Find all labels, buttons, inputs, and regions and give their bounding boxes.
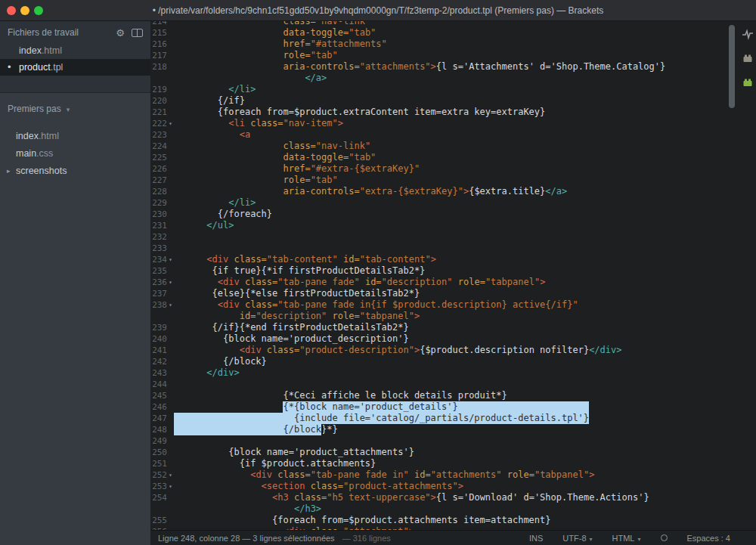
line-number: 253 — [150, 481, 167, 492]
code-line[interactable]: 251 {if $product.attachments} — [150, 458, 739, 469]
code-line[interactable]: 236▾ <div class="tab-pane fade" id="desc… — [150, 277, 739, 288]
working-file-index-html[interactable]: index.html — [0, 42, 150, 59]
code-line[interactable]: 233 — [150, 243, 739, 254]
code-line[interactable]: 221 {foreach from=$product.extraContent … — [150, 107, 739, 118]
code-line[interactable]: 229 </li> — [150, 197, 739, 209]
file-name: main — [16, 148, 36, 159]
overwrite-toggle[interactable]: INS — [529, 534, 543, 543]
language-dropdown[interactable]: HTML▾ — [612, 534, 641, 543]
code-line[interactable]: 252▾ <div class="tab-pane fade in" id="a… — [150, 469, 739, 481]
code-line[interactable]: 245 {*Ceci affiche le block details prod… — [150, 390, 739, 401]
file-extension: .tpl — [51, 62, 64, 73]
code-line[interactable]: 217 role="tab" — [150, 50, 739, 61]
code-area[interactable]: 214 class="nav-link"215 data-toggle="tab… — [150, 21, 739, 530]
code-line[interactable]: 218 aria-controls="attachments">{l s='At… — [150, 61, 739, 73]
line-number: 218 — [150, 61, 167, 73]
vertical-scrollbar[interactable] — [729, 24, 736, 523]
code-line[interactable]: 226 href="#extra-{$extraKey}" — [150, 163, 739, 175]
code-line[interactable]: 215 data-toggle="tab" — [150, 27, 739, 39]
sidebar: Fichiers de travail ⚙ index.html • produ… — [0, 21, 150, 545]
line-number — [150, 503, 167, 515]
close-button[interactable] — [7, 6, 16, 15]
code-line[interactable]: 225 data-toggle="tab" — [150, 152, 739, 163]
code-line[interactable]: 232 — [150, 231, 739, 243]
code-line[interactable]: id="description" role="tabpanel"> — [150, 311, 739, 322]
code-line[interactable]: 239 {/if}{*end firstProductDetailsTab2*} — [150, 322, 739, 333]
lint-status-icon[interactable] — [661, 534, 668, 541]
code-line[interactable]: 243 </div> — [150, 367, 739, 379]
project-tree: index.html main.css ▸ screenshots — [0, 119, 150, 180]
code-line[interactable]: 214 class="nav-link" — [150, 21, 739, 27]
fold-arrow-icon[interactable]: ▾ — [167, 118, 174, 129]
unsaved-dot-icon: • — [8, 59, 11, 76]
code-line[interactable]: 254 <h3 class="h5 text-uppercase">{l s='… — [150, 492, 739, 503]
line-number: 255 — [150, 515, 167, 526]
line-number: 244 — [150, 379, 167, 390]
tree-item-screenshots-folder[interactable]: ▸ screenshots — [0, 163, 150, 180]
editor-pane[interactable]: 214 class="nav-link"215 data-toggle="tab… — [150, 21, 739, 530]
code-line[interactable]: 242 {/block} — [150, 356, 739, 367]
code-line[interactable]: 227 role="tab" — [150, 175, 739, 186]
fold-arrow-icon[interactable]: ▾ — [167, 481, 174, 492]
code-line[interactable]: 255 {foreach from=$product.attachments i… — [150, 515, 739, 526]
fold-arrow-icon[interactable]: ▾ — [167, 254, 174, 265]
live-preview-icon[interactable] — [742, 28, 754, 40]
code-line[interactable]: </a> — [150, 73, 739, 84]
extension-icon-green[interactable] — [742, 76, 754, 88]
code-line[interactable]: 230 {/foreach} — [150, 209, 739, 220]
code-line[interactable]: 222▾ <li class="nav-item"> — [150, 118, 739, 129]
code-line[interactable]: 216 href="#attachments" — [150, 39, 739, 50]
code-line[interactable]: 237 {else}{*else firstProductDetailsTab2… — [150, 288, 739, 299]
project-dropdown[interactable]: Premiers pas▾ — [0, 93, 150, 119]
file-extension: .css — [36, 148, 53, 159]
chevron-down-icon: ▾ — [638, 536, 641, 543]
code-line[interactable]: 240 {block name='product_description'} — [150, 333, 739, 345]
file-name: product — [19, 62, 51, 73]
code-line[interactable]: 246 {*{block name='product_details'} — [150, 401, 739, 413]
code-line[interactable]: 244 — [150, 379, 739, 390]
line-number: 241 — [150, 345, 167, 356]
line-number: 233 — [150, 243, 167, 254]
code-line[interactable]: 234▾ <div class="tab-content" id="tab-co… — [150, 254, 739, 265]
tree-item-main-css[interactable]: main.css — [0, 145, 150, 163]
scrollbar-thumb[interactable] — [729, 25, 735, 108]
code-line[interactable]: 241 <div class="product-description">{$p… — [150, 345, 739, 356]
fold-arrow-icon[interactable]: ▾ — [167, 299, 174, 311]
line-number: 238 — [150, 299, 167, 311]
code-line[interactable]: 220 {/if} — [150, 95, 739, 107]
cursor-position-label: Ligne 248, colonne 28 — 3 lignes sélecti… — [158, 534, 335, 543]
code-line[interactable]: 228 aria-controls="extra-{$extraKey}">{$… — [150, 186, 739, 197]
line-number: 222 — [150, 118, 167, 129]
encoding-dropdown[interactable]: UTF-8▾ — [562, 534, 592, 543]
indent-setting[interactable]: Espaces : 4 — [687, 534, 730, 543]
extension-manager-icon[interactable] — [742, 52, 754, 64]
code-line[interactable]: 253▾ <section class="product-attachments… — [150, 481, 739, 492]
gear-icon[interactable]: ⚙ — [116, 27, 125, 39]
zoom-button[interactable] — [34, 6, 43, 15]
line-number: 254 — [150, 492, 167, 503]
line-number — [150, 73, 167, 84]
working-file-product-tpl[interactable]: • product.tpl — [0, 59, 150, 76]
code-line[interactable]: 231 </ul> — [150, 220, 739, 231]
code-line[interactable]: 247 {include file='catalog/_partials/pro… — [150, 413, 739, 424]
code-line[interactable]: 238▾ <div class="tab-pane fade in{if $pr… — [150, 299, 739, 311]
text-cursor — [321, 425, 323, 435]
tree-item-index-html[interactable]: index.html — [0, 128, 150, 145]
fold-arrow-icon[interactable]: ▾ — [167, 277, 174, 288]
folder-name: screenshots — [16, 166, 67, 176]
code-line[interactable]: </h3> — [150, 503, 739, 515]
code-line[interactable]: 235 {if true}{*if firstProductDetailsTab… — [150, 265, 739, 277]
chevron-right-icon: ▸ — [7, 163, 11, 180]
code-line[interactable]: 219 </li> — [150, 84, 739, 95]
titlebar: • /private/var/folders/hc/9chn1cf51gdd50… — [0, 0, 756, 21]
fold-arrow-icon[interactable]: ▾ — [167, 469, 174, 481]
file-extension: .html — [42, 45, 62, 56]
code-line[interactable]: 250 {block name='product_attachments'} — [150, 447, 739, 458]
line-number: 224 — [150, 141, 167, 152]
minimize-button[interactable] — [20, 6, 29, 15]
split-view-icon[interactable] — [132, 29, 143, 37]
code-line[interactable]: 223 <a — [150, 129, 739, 141]
code-line[interactable]: 249 — [150, 435, 739, 447]
code-line[interactable]: 248 {/block}*} — [150, 424, 739, 435]
code-line[interactable]: 224 class="nav-link" — [150, 141, 739, 152]
